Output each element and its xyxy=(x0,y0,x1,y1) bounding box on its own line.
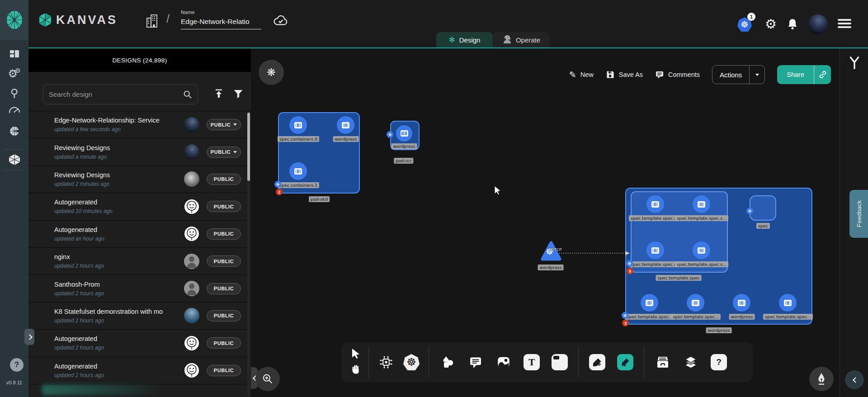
drawer-tool[interactable] xyxy=(649,346,677,378)
sidebar-configuration-icon[interactable]: ⚲ xyxy=(0,84,28,102)
frame-tool[interactable] xyxy=(546,346,574,378)
scrollbar-thumb[interactable] xyxy=(247,113,250,181)
new-design-button[interactable]: ✎ New xyxy=(569,70,594,80)
designs-scrollbar[interactable] xyxy=(247,112,250,396)
comment-icon xyxy=(655,70,664,79)
feedback-tab[interactable]: Feedback xyxy=(849,190,868,238)
floppy-icon xyxy=(606,70,615,79)
actions-button[interactable]: Actions xyxy=(712,65,765,84)
error-badge[interactable]: 5 xyxy=(627,268,633,274)
sidebar-expand-button[interactable] xyxy=(24,329,34,345)
actions-caret[interactable] xyxy=(750,66,764,84)
filter-icon[interactable] xyxy=(233,88,244,101)
export-design-icon[interactable] xyxy=(213,88,224,101)
share-label[interactable]: Share xyxy=(777,65,814,84)
shapes-tool[interactable] xyxy=(434,346,462,378)
pan-tool[interactable] xyxy=(350,363,361,377)
design-list-item[interactable]: Reviewing Designs updated a minute ago P… xyxy=(28,138,251,165)
pod-badge-icon[interactable]: ☸ xyxy=(387,131,393,138)
design-name-field[interactable]: Name Edge-Network-Relatio xyxy=(181,9,261,29)
collapse-right-button[interactable] xyxy=(845,370,864,389)
kanvas-brand[interactable]: KANVAS xyxy=(38,13,118,27)
layers-tool[interactable] xyxy=(677,346,705,378)
notifications-bell-icon[interactable] xyxy=(787,18,798,32)
image-tool[interactable] xyxy=(490,346,518,378)
container-icon xyxy=(294,122,302,128)
node-spec[interactable] xyxy=(750,195,776,221)
visibility-badge[interactable]: PUBLIC xyxy=(207,174,241,185)
design-list-item[interactable]: Edge-Network-Relationship: Service updat… xyxy=(28,111,251,138)
sidebar-dashboard-icon[interactable] xyxy=(0,45,28,63)
error-badge[interactable]: 2 xyxy=(276,189,283,195)
comment-tool[interactable] xyxy=(462,346,490,378)
visibility-badge[interactable]: PUBLIC xyxy=(207,201,241,212)
save-as-button[interactable]: Save As xyxy=(606,70,643,79)
node-container[interactable] xyxy=(337,116,354,134)
design-list-item[interactable]: Autogenerated updated an hour ago PUBLIC xyxy=(28,221,251,248)
tab-operate[interactable]: Operate xyxy=(493,32,550,47)
pod-badge-icon[interactable]: ☸ xyxy=(746,208,753,214)
kubernetes-tool[interactable]: ☸ xyxy=(399,346,424,378)
node-container[interactable] xyxy=(396,125,412,142)
pen-mode-button[interactable] xyxy=(809,367,834,391)
node-container[interactable] xyxy=(687,294,704,312)
pod-badge-icon[interactable]: ☸ xyxy=(622,312,628,319)
select-tool[interactable] xyxy=(350,348,361,361)
tab-design[interactable]: ✻ Design xyxy=(436,32,493,47)
share-button[interactable]: Share xyxy=(777,65,831,84)
hierarchy-toggle-icon[interactable] xyxy=(848,56,861,72)
meshery-logo[interactable] xyxy=(0,0,28,40)
organization-icon[interactable] xyxy=(145,14,160,30)
search-input[interactable] xyxy=(49,90,183,98)
pen-tool[interactable] xyxy=(583,346,611,378)
design-search[interactable] xyxy=(43,84,198,104)
error-badge[interactable]: 3 xyxy=(622,320,629,326)
node-pod-template[interactable] xyxy=(631,191,728,273)
comments-button[interactable]: Comments xyxy=(655,70,700,79)
visibility-badge[interactable]: PUBLIC xyxy=(207,119,241,130)
visibility-badge[interactable]: PUBLIC xyxy=(207,365,241,376)
freehand-draw-tool[interactable] xyxy=(611,346,639,378)
visibility-badge[interactable]: PUBLIC xyxy=(207,147,241,158)
node-container[interactable] xyxy=(693,241,710,259)
settings-gear-icon[interactable]: ⚙ xyxy=(765,16,777,32)
design-list-item[interactable]: K8 Statefulset demonstration with mo upd… xyxy=(28,302,251,330)
help-button[interactable]: ? xyxy=(10,358,24,372)
zoom-button[interactable] xyxy=(255,367,280,391)
design-list-item[interactable]: nginx updated 2 hours ago PUBLIC xyxy=(28,248,251,275)
design-list-item[interactable]: Reviewing Designs updated 2 minutes ago … xyxy=(28,166,251,193)
pod-badge-icon[interactable]: ☸ xyxy=(274,181,281,188)
node-container[interactable] xyxy=(646,241,664,259)
menu-burger-icon[interactable] xyxy=(838,19,851,30)
node-container[interactable] xyxy=(289,162,307,180)
node-label: spec.template.spec xyxy=(656,275,701,281)
visibility-badge[interactable]: PUBLIC xyxy=(207,310,241,321)
sidebar-kanvas-icon[interactable] xyxy=(0,151,28,169)
help-tool[interactable]: ? xyxy=(705,346,733,378)
visibility-badge[interactable]: PUBLIC xyxy=(207,337,241,349)
text-tool[interactable]: T xyxy=(518,346,546,378)
user-avatar[interactable] xyxy=(808,14,828,34)
node-container[interactable] xyxy=(289,116,307,134)
node-container[interactable] xyxy=(693,195,710,213)
node-container[interactable] xyxy=(779,294,797,312)
node-container[interactable] xyxy=(641,294,658,312)
visibility-badge[interactable]: PUBLIC xyxy=(207,228,241,240)
components-tool[interactable] xyxy=(373,346,399,378)
pod-badge-icon[interactable]: ☸ xyxy=(626,260,633,267)
design-name-value[interactable]: Edge-Network-Relatio xyxy=(181,18,261,29)
visibility-badge[interactable]: PUBLIC xyxy=(207,283,241,294)
design-list-item[interactable]: Autogenerated updated 10 minutes ago PUB… xyxy=(28,193,251,220)
visibility-badge[interactable]: PUBLIC xyxy=(207,255,241,267)
sidebar-performance-icon[interactable] xyxy=(0,101,28,119)
sidebar-mesh-icon[interactable] xyxy=(0,122,28,140)
canvas-snowflake-button[interactable]: ❋ xyxy=(259,60,284,85)
node-container[interactable] xyxy=(733,294,750,312)
design-list-item[interactable]: Autogenerated updated 2 hours ago PUBLIC xyxy=(28,330,251,357)
design-list-item[interactable]: Autogenerated updated 2 hours ago PUBLIC xyxy=(28,357,251,384)
sidebar-lifecycle-icon[interactable]: ⚙⚙ xyxy=(0,65,28,83)
design-canvas[interactable]: ❋ ✎ New Save As Comments Actions Share xyxy=(251,48,840,397)
node-container[interactable] xyxy=(646,195,664,213)
design-list-item[interactable]: Santhosh-Prom updated 2 hours ago PUBLIC xyxy=(28,275,251,302)
copy-link-button[interactable] xyxy=(814,65,831,84)
